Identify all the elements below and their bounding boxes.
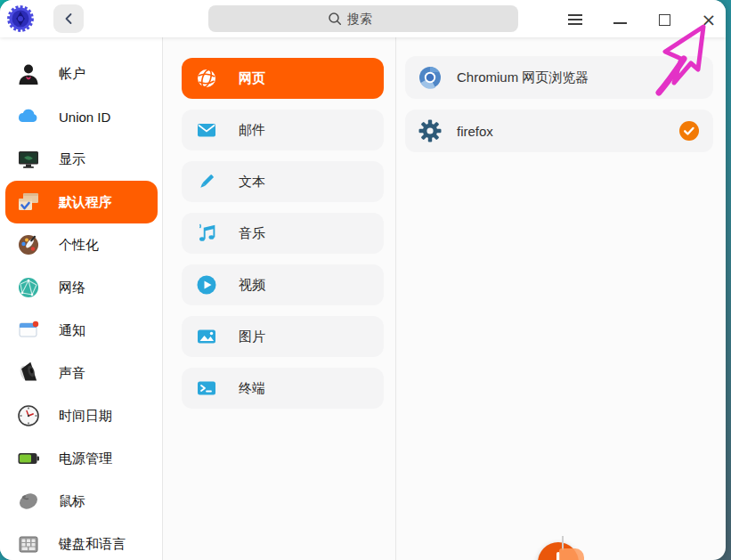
category-label: 邮件 <box>239 122 265 139</box>
globe-icon <box>196 68 217 89</box>
app-item-firefox[interactable]: firefox <box>405 110 713 152</box>
category-video[interactable]: 视频 <box>182 264 384 305</box>
search-input[interactable] <box>347 12 399 26</box>
music-note-icon <box>196 223 217 244</box>
gear-icon <box>418 118 443 143</box>
sidebar-item-display[interactable]: 显示 <box>5 138 158 181</box>
back-button[interactable] <box>53 4 84 33</box>
category-picture[interactable]: 图片 <box>182 316 384 357</box>
sidebar-item-mouse[interactable]: 鼠标 <box>5 480 158 523</box>
check-circle-icon <box>679 121 699 141</box>
chromium-icon <box>418 65 443 90</box>
palette-icon <box>16 232 41 257</box>
sidebar-item-notification[interactable]: 通知 <box>5 309 158 352</box>
category-label: 音乐 <box>239 225 265 242</box>
play-circle-icon <box>196 274 217 296</box>
network-globe-icon <box>16 275 41 300</box>
maximize-button[interactable] <box>648 4 680 36</box>
sidebar-list: 帐户 Union ID <box>0 53 163 560</box>
user-icon <box>16 61 41 86</box>
sidebar-item-label: 电源管理 <box>59 450 112 467</box>
minimize-icon <box>613 22 627 24</box>
hamburger-icon <box>568 14 582 25</box>
sidebar-item-keyboard[interactable]: 键盘和语言 <box>5 523 158 560</box>
sidebar-item-label: 鼠标 <box>59 493 85 510</box>
sidebar-item-power[interactable]: 电源管理 <box>5 437 158 480</box>
picture-icon <box>196 326 217 347</box>
desktop-background: × 帐户 <box>0 0 731 560</box>
add-app-button[interactable] <box>538 542 579 560</box>
sidebar-item-union-id[interactable]: Union ID <box>5 95 158 138</box>
category-web[interactable]: 网页 <box>182 58 384 99</box>
mouse-icon <box>16 489 41 514</box>
notification-icon <box>16 318 41 343</box>
sidebar: 帐户 Union ID <box>0 37 163 560</box>
sidebar-item-label: 帐户 <box>59 66 85 83</box>
sidebar-item-account[interactable]: 帐户 <box>5 53 158 95</box>
app-label: firefox <box>457 124 493 139</box>
category-label: 视频 <box>239 277 265 294</box>
sidebar-item-label: 时间日期 <box>59 408 112 425</box>
mail-icon <box>196 119 217 141</box>
sidebar-item-default-apps[interactable]: 默认程序 <box>5 181 158 223</box>
pencil-icon <box>196 171 217 192</box>
control-center-window: × 帐户 <box>0 0 726 560</box>
sidebar-item-label: 网络 <box>59 280 85 296</box>
column-divider <box>395 37 396 560</box>
control-center-gear-logo <box>7 5 34 32</box>
cloud-icon <box>16 104 41 129</box>
default-apps-icon <box>16 190 41 215</box>
titlebar: × <box>0 0 726 37</box>
search-box[interactable] <box>208 5 518 32</box>
category-mail[interactable]: 邮件 <box>182 110 384 150</box>
maximize-icon <box>659 14 670 26</box>
keyboard-icon <box>16 532 41 556</box>
sidebar-item-label: 默认程序 <box>59 194 112 211</box>
app-list: Chromium 网页浏览器 <box>405 56 713 163</box>
category-label: 图片 <box>239 329 265 345</box>
sidebar-item-label: 个性化 <box>59 237 99 254</box>
sidebar-item-sound[interactable]: 声音 <box>5 352 158 394</box>
app-label: Chromium 网页浏览器 <box>457 69 589 86</box>
category-label: 终端 <box>239 380 265 397</box>
category-label: 网页 <box>239 70 265 87</box>
speaker-icon <box>16 361 41 386</box>
category-label: 文本 <box>239 174 265 191</box>
sidebar-item-label: Union ID <box>59 110 110 125</box>
sidebar-item-personalization[interactable]: 个性化 <box>5 223 158 266</box>
chevron-left-icon <box>63 12 74 25</box>
sidebar-item-label: 键盘和语言 <box>59 536 126 553</box>
category-list: 网页 邮件 文本 <box>182 58 384 419</box>
terminal-icon <box>196 377 217 399</box>
display-icon <box>16 147 41 172</box>
app-item-chromium[interactable]: Chromium 网页浏览器 <box>405 56 713 99</box>
sidebar-item-label: 显示 <box>59 151 85 168</box>
content-area: 帐户 Union ID <box>0 37 726 560</box>
close-icon: × <box>702 11 717 28</box>
category-text[interactable]: 文本 <box>182 161 384 202</box>
battery-icon <box>16 446 41 471</box>
sidebar-item-label: 声音 <box>59 365 85 382</box>
sidebar-item-datetime[interactable]: 时间日期 <box>5 394 158 437</box>
category-music[interactable]: 音乐 <box>182 213 384 254</box>
magnifier-icon <box>328 12 342 26</box>
category-terminal[interactable]: 终端 <box>182 368 384 409</box>
menu-button[interactable] <box>559 4 591 36</box>
sidebar-item-network[interactable]: 网络 <box>5 266 158 309</box>
minimize-button[interactable] <box>604 4 636 36</box>
sidebar-item-label: 通知 <box>59 322 85 339</box>
clock-icon <box>16 403 41 428</box>
close-button[interactable]: × <box>693 4 725 36</box>
